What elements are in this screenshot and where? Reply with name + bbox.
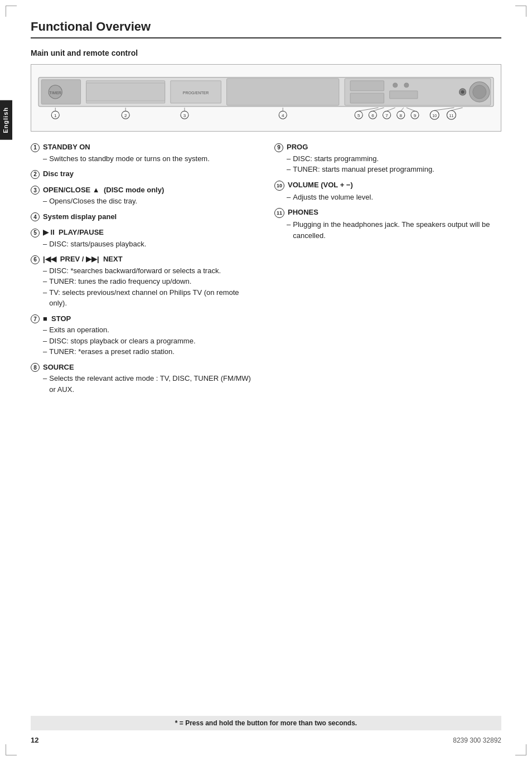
feature-9-heading: 9 PROG	[274, 143, 501, 152]
feature-11-title: PHONES	[288, 208, 318, 216]
feature-6-desc: –DISC: *searches backward/forward or sel…	[31, 265, 258, 309]
feature-8-title: SOURCE	[43, 363, 74, 371]
feature-open-close: 3 OPEN/CLOSE ▲ (DISC mode only) –Opens/C…	[31, 186, 258, 207]
footer-note: * = Press and hold the button for more t…	[31, 716, 501, 730]
feature-7-num: 7	[31, 314, 40, 323]
svg-text:1: 1	[54, 113, 57, 118]
svg-text:3: 3	[183, 113, 186, 118]
svg-text:11: 11	[449, 114, 453, 118]
feature-9-desc: –DISC: starts programming. –TUNER: start…	[274, 153, 501, 175]
device-diagram-area: TIMER DVD VIDEO/CD PROG/ENTER	[31, 64, 501, 132]
svg-point-19	[404, 83, 409, 88]
feature-7-title: ■ STOP	[43, 314, 71, 323]
svg-point-13	[473, 85, 486, 99]
svg-text:6: 6	[371, 113, 374, 118]
feature-1-num: 1	[31, 143, 40, 152]
svg-line-47	[407, 108, 415, 111]
features-grid: 1 STANDBY ON –Switches to standby mode o…	[31, 143, 501, 400]
corner-mark-tr	[515, 6, 526, 17]
svg-text:PROG/ENTER: PROG/ENTER	[183, 91, 209, 95]
feature-prog: 9 PROG –DISC: starts programming. –TUNER…	[274, 143, 501, 175]
feature-5-heading: 5 ▶ II PLAY/PAUSE	[31, 228, 258, 237]
feature-1-title: STANDBY ON	[43, 143, 90, 151]
feature-volume: 10 VOLUME (VOL + −) –Adjusts the volume …	[274, 181, 501, 203]
device-svg: TIMER DVD VIDEO/CD PROG/ENTER	[36, 70, 496, 126]
feature-10-num: 10	[274, 181, 284, 191]
feature-6-num: 6	[31, 255, 40, 264]
section-heading: Main unit and remote control	[31, 49, 501, 57]
feature-standby-on: 1 STANDBY ON –Switches to standby mode o…	[31, 143, 258, 164]
feature-1-heading: 1 STANDBY ON	[31, 143, 258, 152]
feature-8-desc: –Selects the relevant active mode : TV, …	[31, 373, 258, 395]
svg-text:5: 5	[357, 113, 360, 118]
feature-stop: 7 ■ STOP –Exits an operation. –DISC: sto…	[31, 314, 258, 357]
doc-number: 8239 300 32892	[453, 736, 501, 744]
feature-3-num: 3	[31, 186, 40, 195]
svg-line-35	[359, 108, 378, 111]
svg-rect-7	[86, 83, 165, 101]
features-left-col: 1 STANDBY ON –Switches to standby mode o…	[31, 143, 258, 400]
feature-8-num: 8	[31, 363, 40, 372]
svg-text:9: 9	[414, 113, 417, 118]
feature-system-display: 4 System display panel	[31, 212, 258, 223]
svg-text:2: 2	[124, 113, 127, 118]
feature-11-num: 11	[274, 208, 284, 218]
svg-text:TIMER: TIMER	[49, 91, 61, 95]
svg-point-17	[461, 90, 465, 94]
feature-5-title: ▶ II PLAY/PAUSE	[43, 228, 104, 236]
feature-2-num: 2	[31, 170, 40, 179]
feature-5-desc: –DISC: starts/pauses playback.	[31, 239, 258, 250]
svg-rect-10	[226, 79, 338, 105]
feature-4-num: 4	[31, 212, 40, 221]
feature-prev-next: 6 |◀◀ PREV / ▶▶| NEXT –DISC: *searches b…	[31, 255, 258, 309]
corner-mark-tl	[6, 6, 17, 17]
feature-1-desc: –Switches to standby mode or turns on th…	[31, 153, 258, 164]
feature-disc-tray: 2 Disc tray	[31, 169, 258, 180]
svg-point-18	[393, 83, 398, 88]
feature-2-title: Disc tray	[43, 169, 74, 178]
feature-9-num: 9	[274, 143, 283, 152]
feature-4-title: System display panel	[43, 212, 117, 221]
feature-10-heading: 10 VOLUME (VOL + −)	[274, 181, 501, 191]
svg-text:8: 8	[400, 113, 403, 118]
svg-line-50	[434, 108, 454, 110]
svg-rect-20	[390, 91, 418, 99]
corner-mark-bl	[6, 744, 17, 755]
feature-7-desc: –Exits an operation. –DISC: stops playba…	[31, 324, 258, 357]
feature-10-desc: –Adjusts the volume level.	[274, 192, 501, 203]
feature-3-heading: 3 OPEN/CLOSE ▲ (DISC mode only)	[31, 186, 258, 195]
feature-11-desc: –Plugging in the headphones jack. The sp…	[274, 219, 501, 241]
page-title: Functional Overview	[31, 20, 501, 38]
feature-3-desc: –Opens/Closes the disc tray.	[31, 196, 258, 207]
svg-text:10: 10	[432, 114, 437, 118]
corner-mark-br	[515, 744, 526, 755]
feature-3-title: OPEN/CLOSE ▲ (DISC mode only)	[43, 186, 164, 194]
feature-2-heading: 2 Disc tray	[31, 169, 258, 179]
svg-line-44	[401, 108, 404, 111]
feature-6-title: |◀◀ PREV / ▶▶| NEXT	[43, 255, 123, 263]
svg-line-41	[387, 108, 395, 111]
feature-play-pause: 5 ▶ II PLAY/PAUSE –DISC: starts/pauses p…	[31, 228, 258, 249]
feature-10-title: VOLUME (VOL + −)	[288, 181, 353, 189]
feature-4-heading: 4 System display panel	[31, 212, 258, 222]
feature-11-heading: 11 PHONES	[274, 208, 501, 218]
feature-6-heading: 6 |◀◀ PREV / ▶▶| NEXT	[31, 255, 258, 264]
feature-5-num: 5	[31, 229, 40, 237]
feature-8-heading: 8 SOURCE	[31, 363, 258, 372]
svg-rect-15	[350, 93, 384, 103]
page-number: 12	[31, 736, 38, 744]
svg-line-53	[451, 108, 462, 110]
feature-9-title: PROG	[287, 143, 308, 151]
feature-phones: 11 PHONES –Plugging in the headphones ja…	[274, 208, 501, 241]
features-right-col: 9 PROG –DISC: starts programming. –TUNER…	[274, 143, 501, 400]
feature-source: 8 SOURCE –Selects the relevant active mo…	[31, 363, 258, 395]
svg-rect-14	[350, 81, 384, 91]
feature-7-heading: 7 ■ STOP	[31, 314, 258, 324]
svg-text:4: 4	[282, 113, 284, 118]
svg-text:7: 7	[385, 113, 388, 118]
language-tab: English	[0, 100, 12, 140]
